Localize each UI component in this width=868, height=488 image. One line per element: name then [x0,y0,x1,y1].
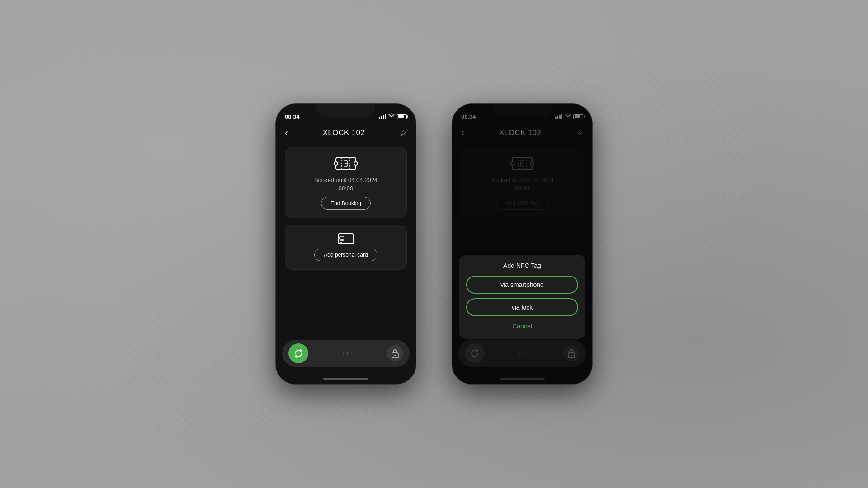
battery-icon-1 [397,114,407,119]
arrow-3: › [351,349,353,357]
battery-fill-1 [398,115,404,118]
nfc-cancel-button[interactable]: Cancel [512,321,532,332]
phone-frame-2: 08.34 [452,104,592,384]
phone-frame-1: 08.34 [276,104,416,384]
via-lock-button[interactable]: via lock [466,298,578,316]
phone-2: 08.34 [452,104,592,384]
booking-text-1: Booked until 04.04.2024 00:00 [314,176,377,192]
status-icons-1 [379,114,407,120]
sync-button-1[interactable] [288,343,308,363]
nfc-modal-title: Add NFC Tag [503,262,541,269]
phone-1: 08.34 [276,104,416,384]
app-title-1: XLOCK 102 [323,128,365,137]
status-time-1: 08.34 [285,113,300,120]
nfc-modal: Add NFC Tag via smartphone via lock Canc… [459,255,585,339]
end-booking-button-1[interactable]: End Booking [321,197,371,210]
signal-bar-4 [385,114,386,119]
star-button-1[interactable]: ☆ [400,128,407,138]
notch-1 [316,104,375,117]
booking-card-1: Booked until 04.04.2024 00:00 End Bookin… [285,147,407,218]
signal-bar-1 [379,117,380,119]
svg-point-3 [334,162,338,165]
personal-card-1: Add personal card [285,225,407,270]
home-indicator-1 [323,378,368,380]
signal-bar-3 [383,115,384,119]
arrows-container-1: › › › [308,349,387,357]
app-header-1: ‹ XLOCK 102 ☆ [276,124,416,142]
action-bar-1: › › › [282,340,410,367]
svg-point-13 [395,355,396,356]
back-button-1[interactable]: ‹ [285,127,288,138]
signal-bars-1 [379,114,387,119]
via-smartphone-button[interactable]: via smartphone [466,276,578,294]
ticket-icon-1 [335,155,357,172]
lock-button-1[interactable] [387,345,403,361]
svg-rect-9 [340,236,344,239]
add-personal-card-button-1[interactable]: Add personal card [314,249,377,261]
phone-screen-2: 08.34 [452,104,592,384]
card-icon-1 [338,233,354,244]
signal-bar-2 [381,116,382,119]
svg-point-4 [354,162,358,165]
arrow-1: › [342,349,344,357]
content-1: Booked until 04.04.2024 00:00 End Bookin… [276,142,416,340]
phone-screen-1: 08.34 [276,104,416,384]
arrow-2: › [346,349,349,357]
nfc-overlay: Add NFC Tag via smartphone via lock Canc… [452,104,592,384]
wifi-icon-1 [388,114,395,120]
